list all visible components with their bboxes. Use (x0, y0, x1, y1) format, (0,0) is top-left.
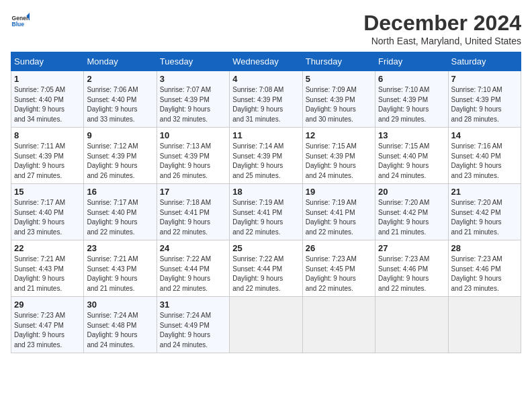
day-info: Sunrise: 7:23 AM Sunset: 4:47 PM Dayligh… (14, 311, 81, 350)
day-header-monday: Monday (84, 52, 157, 71)
day-number: 26 (306, 243, 372, 253)
day-cell (230, 297, 302, 353)
day-info: Sunrise: 7:10 AM Sunset: 4:39 PM Dayligh… (378, 85, 445, 124)
day-number: 6 (378, 74, 445, 84)
day-number: 11 (232, 130, 299, 140)
day-info: Sunrise: 7:05 AM Sunset: 4:40 PM Dayligh… (14, 85, 81, 124)
day-number: 22 (14, 243, 81, 253)
day-info: Sunrise: 7:15 AM Sunset: 4:40 PM Dayligh… (378, 142, 445, 181)
day-cell: 6Sunrise: 7:10 AM Sunset: 4:39 PM Daylig… (375, 71, 448, 128)
day-header-thursday: Thursday (302, 52, 375, 71)
day-number: 28 (451, 243, 518, 253)
day-cell: 21Sunrise: 7:20 AM Sunset: 4:42 PM Dayli… (448, 184, 521, 240)
day-info: Sunrise: 7:21 AM Sunset: 4:43 PM Dayligh… (14, 255, 81, 293)
day-number: 1 (14, 74, 81, 84)
day-info: Sunrise: 7:22 AM Sunset: 4:44 PM Dayligh… (232, 255, 299, 293)
day-cell: 27Sunrise: 7:23 AM Sunset: 4:46 PM Dayli… (375, 240, 448, 297)
day-number: 9 (87, 130, 153, 140)
day-cell (302, 297, 375, 353)
day-cell: 30Sunrise: 7:24 AM Sunset: 4:48 PM Dayli… (84, 297, 157, 353)
day-info: Sunrise: 7:18 AM Sunset: 4:41 PM Dayligh… (160, 198, 226, 237)
day-cell: 2Sunrise: 7:06 AM Sunset: 4:40 PM Daylig… (84, 71, 157, 128)
svg-text:Blue: Blue (12, 21, 25, 28)
day-info: Sunrise: 7:07 AM Sunset: 4:39 PM Dayligh… (160, 85, 226, 124)
day-cell: 22Sunrise: 7:21 AM Sunset: 4:43 PM Dayli… (11, 240, 84, 297)
day-number: 23 (87, 243, 153, 253)
day-cell: 17Sunrise: 7:18 AM Sunset: 4:41 PM Dayli… (157, 184, 229, 240)
day-number: 17 (160, 187, 226, 197)
day-number: 16 (87, 187, 153, 197)
day-info: Sunrise: 7:10 AM Sunset: 4:39 PM Dayligh… (451, 85, 518, 124)
header-row: SundayMondayTuesdayWednesdayThursdayFrid… (11, 52, 521, 71)
day-number: 21 (451, 187, 518, 197)
day-number: 8 (14, 130, 81, 140)
day-cell: 7Sunrise: 7:10 AM Sunset: 4:39 PM Daylig… (448, 71, 521, 128)
day-cell: 11Sunrise: 7:14 AM Sunset: 4:39 PM Dayli… (230, 128, 302, 184)
day-cell: 28Sunrise: 7:23 AM Sunset: 4:46 PM Dayli… (448, 240, 521, 297)
day-number: 30 (87, 300, 153, 310)
day-info: Sunrise: 7:22 AM Sunset: 4:44 PM Dayligh… (160, 255, 226, 293)
day-cell: 13Sunrise: 7:15 AM Sunset: 4:40 PM Dayli… (375, 128, 448, 184)
day-number: 25 (232, 243, 299, 253)
day-number: 3 (160, 74, 226, 84)
day-info: Sunrise: 7:19 AM Sunset: 4:41 PM Dayligh… (232, 198, 299, 237)
day-cell: 8Sunrise: 7:11 AM Sunset: 4:39 PM Daylig… (11, 128, 84, 184)
day-info: Sunrise: 7:13 AM Sunset: 4:39 PM Dayligh… (160, 142, 226, 181)
day-info: Sunrise: 7:21 AM Sunset: 4:43 PM Dayligh… (87, 255, 153, 293)
day-number: 20 (378, 187, 445, 197)
day-cell (448, 297, 521, 353)
day-cell: 20Sunrise: 7:20 AM Sunset: 4:42 PM Dayli… (375, 184, 448, 240)
day-number: 18 (232, 187, 299, 197)
day-info: Sunrise: 7:19 AM Sunset: 4:41 PM Dayligh… (306, 198, 372, 237)
day-cell: 14Sunrise: 7:16 AM Sunset: 4:40 PM Dayli… (448, 128, 521, 184)
week-row-1: 1Sunrise: 7:05 AM Sunset: 4:40 PM Daylig… (11, 71, 521, 128)
day-cell: 16Sunrise: 7:17 AM Sunset: 4:40 PM Dayli… (84, 184, 157, 240)
day-cell: 1Sunrise: 7:05 AM Sunset: 4:40 PM Daylig… (11, 71, 84, 128)
day-header-tuesday: Tuesday (157, 52, 229, 71)
day-cell: 23Sunrise: 7:21 AM Sunset: 4:43 PM Dayli… (84, 240, 157, 297)
day-cell: 4Sunrise: 7:08 AM Sunset: 4:39 PM Daylig… (230, 71, 302, 128)
page-header: General Blue December 2024 North East, M… (11, 11, 521, 46)
day-cell: 25Sunrise: 7:22 AM Sunset: 4:44 PM Dayli… (230, 240, 302, 297)
day-number: 24 (160, 243, 226, 253)
day-info: Sunrise: 7:11 AM Sunset: 4:39 PM Dayligh… (14, 142, 81, 181)
week-row-4: 22Sunrise: 7:21 AM Sunset: 4:43 PM Dayli… (11, 240, 521, 297)
day-info: Sunrise: 7:24 AM Sunset: 4:48 PM Dayligh… (87, 311, 153, 350)
calendar-table: SundayMondayTuesdayWednesdayThursdayFrid… (11, 52, 521, 353)
title-area: December 2024 North East, Maryland, Unit… (363, 11, 521, 46)
day-cell (375, 297, 448, 353)
day-info: Sunrise: 7:16 AM Sunset: 4:40 PM Dayligh… (451, 142, 518, 181)
day-number: 14 (451, 130, 518, 140)
day-info: Sunrise: 7:14 AM Sunset: 4:39 PM Dayligh… (232, 142, 299, 181)
day-cell: 10Sunrise: 7:13 AM Sunset: 4:39 PM Dayli… (157, 128, 229, 184)
day-number: 7 (451, 74, 518, 84)
day-info: Sunrise: 7:23 AM Sunset: 4:45 PM Dayligh… (306, 255, 372, 293)
calendar-title: December 2024 (363, 11, 521, 36)
day-info: Sunrise: 7:08 AM Sunset: 4:39 PM Dayligh… (232, 85, 299, 124)
day-cell: 26Sunrise: 7:23 AM Sunset: 4:45 PM Dayli… (302, 240, 375, 297)
day-cell: 5Sunrise: 7:09 AM Sunset: 4:39 PM Daylig… (302, 71, 375, 128)
day-cell: 18Sunrise: 7:19 AM Sunset: 4:41 PM Dayli… (230, 184, 302, 240)
day-number: 4 (232, 74, 299, 84)
day-info: Sunrise: 7:15 AM Sunset: 4:39 PM Dayligh… (306, 142, 372, 181)
day-info: Sunrise: 7:23 AM Sunset: 4:46 PM Dayligh… (451, 255, 518, 293)
week-row-2: 8Sunrise: 7:11 AM Sunset: 4:39 PM Daylig… (11, 128, 521, 184)
logo-icon: General Blue (11, 11, 30, 30)
day-header-sunday: Sunday (11, 52, 84, 71)
day-header-saturday: Saturday (448, 52, 521, 71)
day-number: 15 (14, 187, 81, 197)
day-number: 5 (306, 74, 372, 84)
day-header-wednesday: Wednesday (230, 52, 302, 71)
week-row-3: 15Sunrise: 7:17 AM Sunset: 4:40 PM Dayli… (11, 184, 521, 240)
day-number: 29 (14, 300, 81, 310)
day-cell: 15Sunrise: 7:17 AM Sunset: 4:40 PM Dayli… (11, 184, 84, 240)
day-number: 31 (160, 300, 226, 310)
day-info: Sunrise: 7:09 AM Sunset: 4:39 PM Dayligh… (306, 85, 372, 124)
day-cell: 12Sunrise: 7:15 AM Sunset: 4:39 PM Dayli… (302, 128, 375, 184)
day-info: Sunrise: 7:06 AM Sunset: 4:40 PM Dayligh… (87, 85, 153, 124)
day-cell: 3Sunrise: 7:07 AM Sunset: 4:39 PM Daylig… (157, 71, 229, 128)
calendar-subtitle: North East, Maryland, United States (363, 36, 521, 46)
day-info: Sunrise: 7:23 AM Sunset: 4:46 PM Dayligh… (378, 255, 445, 293)
day-info: Sunrise: 7:17 AM Sunset: 4:40 PM Dayligh… (87, 198, 153, 237)
day-number: 19 (306, 187, 372, 197)
